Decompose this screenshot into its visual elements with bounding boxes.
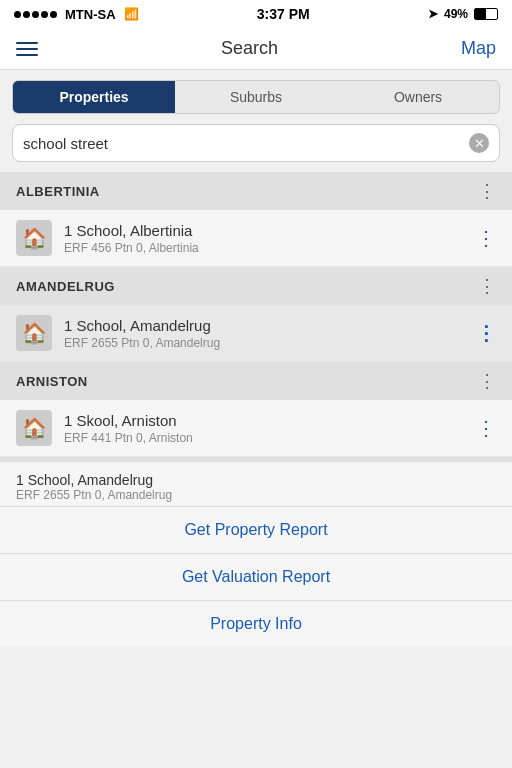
list-item-text-amandelrug: 1 School, Amandelrug ERF 2655 Ptn 0, Ama… [64, 317, 466, 350]
house-icon: 🏠 [22, 226, 47, 250]
section-title-amandelrug: AMANDELRUG [16, 279, 115, 294]
battery-percent: 49% [444, 7, 468, 21]
house-icon-container-amandelrug: 🏠 [16, 315, 52, 351]
property-info-button[interactable]: Property Info [0, 601, 512, 647]
list-item[interactable]: 🏠 1 School, Albertinia ERF 456 Ptn 0, Al… [0, 210, 512, 267]
status-time: 3:37 PM [257, 6, 310, 22]
list-item-text: 1 School, Albertinia ERF 456 Ptn 0, Albe… [64, 222, 466, 255]
section-menu-arniston[interactable]: ⋮ [478, 370, 496, 392]
list-item-menu-arniston[interactable]: ⋮ [466, 416, 496, 440]
main-list: ALBERTINIA ⋮ 🏠 1 School, Albertinia ERF … [0, 172, 512, 647]
wifi-icon: 📶 [124, 7, 139, 21]
section-title-arniston: ARNISTON [16, 374, 88, 389]
menu-button[interactable] [16, 42, 38, 56]
section-title-albertinia: ALBERTINIA [16, 184, 100, 199]
signal-dots [14, 11, 57, 18]
house-icon-arniston: 🏠 [22, 416, 47, 440]
status-bar: MTN-SA 📶 3:37 PM ➤ 49% [0, 0, 512, 28]
list-item-menu-amandelrug[interactable]: ⋮ [466, 321, 496, 345]
status-right: ➤ 49% [428, 7, 498, 21]
house-icon-amandelrug: 🏠 [22, 321, 47, 345]
tab-properties[interactable]: Properties [13, 81, 175, 113]
tabs-bar: Properties Suburbs Owners [12, 80, 500, 114]
list-item-name-amandelrug: 1 School, Amandelrug [64, 317, 466, 334]
nav-title: Search [221, 38, 278, 59]
section-menu-amandelrug[interactable]: ⋮ [478, 275, 496, 297]
section-header-albertinia: ALBERTINIA ⋮ [0, 172, 512, 210]
search-clear-button[interactable]: ✕ [469, 133, 489, 153]
list-item-name-arniston: 1 Skool, Arniston [64, 412, 466, 429]
section-header-arniston: ARNISTON ⋮ [0, 362, 512, 400]
nav-bar: Search Map [0, 28, 512, 70]
list-item-sub-amandelrug: ERF 2655 Ptn 0, Amandelrug [64, 336, 466, 350]
map-button[interactable]: Map [461, 38, 496, 59]
context-popup-header: 1 School, Amandelrug ERF 2655 Ptn 0, Ama… [0, 462, 512, 507]
get-property-report-button[interactable]: Get Property Report [0, 507, 512, 554]
carrier-label: MTN-SA [65, 7, 116, 22]
list-item-name: 1 School, Albertinia [64, 222, 466, 239]
house-icon-container-arniston: 🏠 [16, 410, 52, 446]
battery-icon [474, 8, 498, 20]
search-input[interactable] [23, 135, 469, 152]
context-popup: 1 School, Amandelrug ERF 2655 Ptn 0, Ama… [0, 461, 512, 647]
get-valuation-report-button[interactable]: Get Valuation Report [0, 554, 512, 601]
list-item-amandelrug[interactable]: 🏠 1 School, Amandelrug ERF 2655 Ptn 0, A… [0, 305, 512, 362]
list-item-sub: ERF 456 Ptn 0, Albertinia [64, 241, 466, 255]
status-left: MTN-SA 📶 [14, 7, 139, 22]
tab-suburbs[interactable]: Suburbs [175, 81, 337, 113]
section-menu-albertinia[interactable]: ⋮ [478, 180, 496, 202]
list-item-arniston[interactable]: 🏠 1 Skool, Arniston ERF 441 Ptn 0, Arnis… [0, 400, 512, 457]
context-item-name: 1 School, Amandelrug [16, 472, 496, 488]
gps-icon: ➤ [428, 7, 438, 21]
search-bar: ✕ [12, 124, 500, 162]
tab-owners[interactable]: Owners [337, 81, 499, 113]
list-item-text-arniston: 1 Skool, Arniston ERF 441 Ptn 0, Arnisto… [64, 412, 466, 445]
context-item-sub: ERF 2655 Ptn 0, Amandelrug [16, 488, 496, 502]
section-header-amandelrug: AMANDELRUG ⋮ [0, 267, 512, 305]
house-icon-container: 🏠 [16, 220, 52, 256]
list-item-sub-arniston: ERF 441 Ptn 0, Arniston [64, 431, 466, 445]
list-item-menu[interactable]: ⋮ [466, 226, 496, 250]
